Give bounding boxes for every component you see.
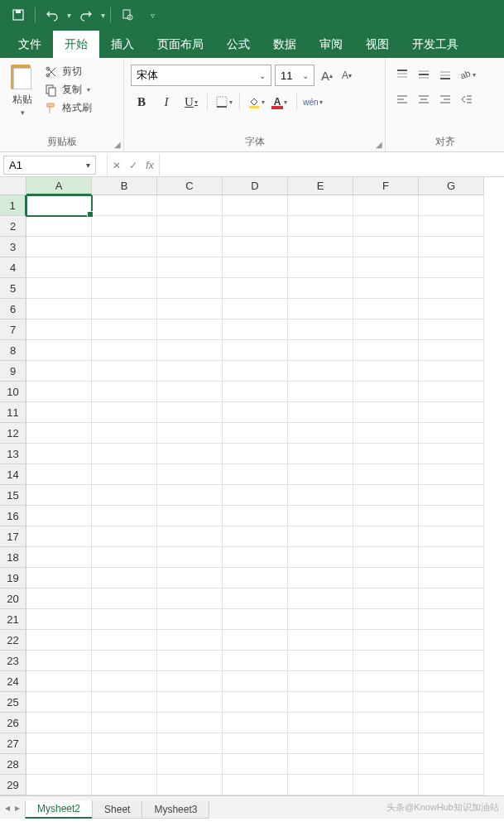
cell[interactable] [353, 195, 419, 216]
cell[interactable] [26, 319, 92, 340]
tab-home[interactable]: 开始 [53, 31, 99, 58]
tab-view[interactable]: 视图 [354, 31, 401, 58]
cell[interactable] [353, 402, 419, 423]
cell[interactable] [92, 754, 157, 775]
cell[interactable] [353, 257, 419, 278]
cell[interactable] [419, 588, 484, 609]
cell[interactable] [419, 526, 484, 547]
shrink-font-button[interactable]: A▾ [338, 66, 356, 84]
cell[interactable] [157, 464, 223, 485]
cell[interactable] [92, 278, 157, 299]
row-header[interactable]: 21 [0, 609, 26, 630]
cell[interactable] [92, 547, 157, 568]
cell[interactable] [157, 299, 223, 319]
cell[interactable] [353, 630, 419, 651]
cell[interactable] [92, 402, 157, 423]
cell[interactable] [157, 588, 223, 609]
cell[interactable] [26, 361, 92, 382]
cell[interactable] [223, 651, 288, 671]
cell[interactable] [223, 423, 288, 444]
cell[interactable] [92, 444, 157, 464]
cell[interactable] [353, 568, 419, 588]
cell[interactable] [157, 568, 223, 588]
cell[interactable] [288, 547, 353, 568]
cell[interactable] [92, 588, 157, 609]
cell[interactable] [92, 195, 157, 216]
cell[interactable] [288, 340, 353, 361]
row-header[interactable]: 19 [0, 568, 26, 588]
cell[interactable] [419, 733, 484, 754]
cell[interactable] [288, 195, 353, 216]
cell[interactable] [92, 340, 157, 361]
print-preview-button[interactable] [116, 3, 139, 26]
cell[interactable] [157, 651, 223, 671]
cell[interactable] [26, 630, 92, 651]
cell[interactable] [92, 568, 157, 588]
cell[interactable] [419, 402, 484, 423]
cell[interactable] [26, 237, 92, 257]
cell[interactable] [353, 464, 419, 485]
cell[interactable] [419, 237, 484, 257]
column-header[interactable]: B [92, 177, 157, 195]
cancel-formula-button[interactable]: ✕ [113, 160, 121, 171]
cell[interactable] [92, 775, 157, 795]
cell[interactable] [353, 278, 419, 299]
column-header[interactable]: D [223, 177, 288, 195]
cell[interactable] [353, 319, 419, 340]
cell[interactable] [288, 423, 353, 444]
cell[interactable] [26, 713, 92, 733]
cell[interactable] [223, 299, 288, 319]
cell[interactable] [419, 382, 484, 402]
cell[interactable] [353, 775, 419, 795]
cell[interactable] [353, 547, 419, 568]
cell[interactable] [419, 216, 484, 237]
row-header[interactable]: 12 [0, 423, 26, 444]
underline-button[interactable]: U▾ [180, 91, 202, 113]
cell[interactable] [92, 609, 157, 630]
cell[interactable] [223, 485, 288, 506]
cell[interactable] [353, 588, 419, 609]
cell[interactable] [26, 444, 92, 464]
cell[interactable] [288, 299, 353, 319]
redo-button[interactable] [74, 3, 98, 26]
cell[interactable] [288, 588, 353, 609]
grow-font-button[interactable]: A▴ [318, 66, 336, 84]
cell[interactable] [288, 257, 353, 278]
tab-data[interactable]: 数据 [262, 31, 308, 58]
select-all-corner[interactable] [0, 177, 26, 195]
column-header[interactable]: F [353, 177, 419, 195]
row-header[interactable]: 24 [0, 671, 26, 692]
row-header[interactable]: 29 [0, 775, 26, 795]
bold-button[interactable]: B [131, 91, 152, 113]
align-left-button[interactable] [392, 89, 412, 109]
cell[interactable] [26, 588, 92, 609]
cell[interactable] [419, 692, 484, 713]
tab-developer[interactable]: 开发工具 [401, 31, 470, 58]
cell[interactable] [26, 382, 92, 402]
cell[interactable] [419, 423, 484, 444]
cell[interactable] [288, 319, 353, 340]
row-header[interactable]: 14 [0, 464, 26, 485]
cell[interactable] [419, 340, 484, 361]
formula-input[interactable] [160, 154, 504, 176]
cell[interactable] [353, 651, 419, 671]
font-name-combo[interactable]: 宋体 ⌄ [131, 65, 271, 86]
cell[interactable] [353, 340, 419, 361]
italic-button[interactable]: I [156, 91, 177, 113]
cell[interactable] [223, 319, 288, 340]
cell[interactable] [157, 382, 223, 402]
cell[interactable] [288, 361, 353, 382]
cell[interactable] [26, 692, 92, 713]
cell[interactable] [92, 299, 157, 319]
cell[interactable] [419, 299, 484, 319]
cell[interactable] [288, 382, 353, 402]
cell[interactable] [92, 361, 157, 382]
cell[interactable] [26, 733, 92, 754]
cell[interactable] [288, 464, 353, 485]
cell[interactable] [26, 195, 92, 216]
align-top-button[interactable] [392, 65, 412, 84]
cell[interactable] [353, 423, 419, 444]
cell[interactable] [92, 733, 157, 754]
cell[interactable] [157, 423, 223, 444]
cell[interactable] [26, 775, 92, 795]
